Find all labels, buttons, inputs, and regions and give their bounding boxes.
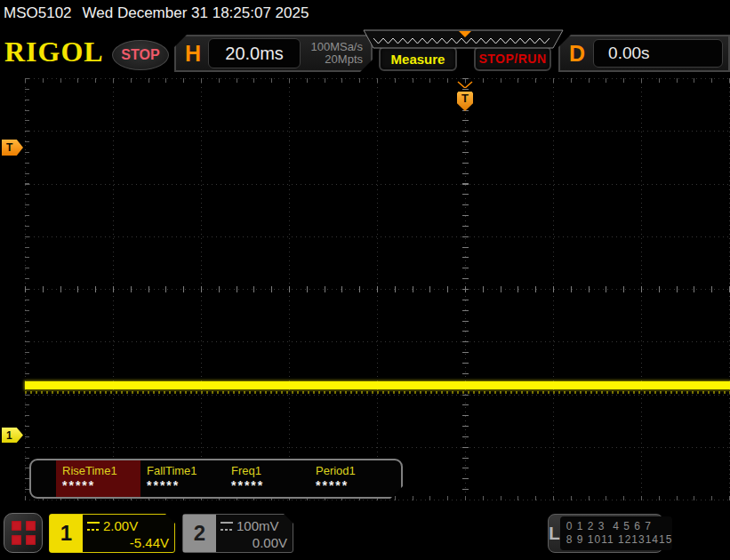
- windows-menu-icon[interactable]: [4, 513, 43, 553]
- channel1-scale: 2.00V: [103, 517, 138, 534]
- ch1-ground-marker[interactable]: 1: [2, 428, 23, 443]
- rigol-logo: RIGOL: [4, 36, 104, 68]
- measurement-value: *****: [316, 478, 394, 492]
- trigger-level-marker[interactable]: T: [2, 140, 23, 156]
- measurement-value: *****: [231, 478, 309, 492]
- graticule: [25, 78, 730, 500]
- channel2-block[interactable]: 2 100mV 0.00V: [182, 514, 293, 553]
- channel1-block[interactable]: 1 2.00V -5.44V: [49, 514, 175, 553]
- dc-coupling-icon: [87, 522, 100, 531]
- memory-depth: 20Mpts: [310, 53, 363, 66]
- datetime: Wed December 31 18:25:07 2025: [83, 4, 309, 21]
- ch1-trace: [25, 381, 730, 389]
- trigger-shield-icon: T: [457, 92, 473, 111]
- channel2-offset: 0.00V: [221, 534, 287, 552]
- oscilloscope-screen: MSO5102Wed December 31 18:25:07 2025 RIG…: [0, 0, 730, 560]
- measurement-item-freq[interactable]: Freq1 *****: [225, 460, 309, 497]
- acquisition-info: 100MSa/s 20Mpts: [310, 41, 371, 66]
- channel2-tab: 2: [183, 515, 216, 552]
- channel1-tab: 1: [50, 515, 83, 552]
- measure-button[interactable]: Measure: [379, 46, 457, 71]
- red-square-icon: [26, 535, 36, 545]
- center-horizontal-axis-ticks: [25, 286, 730, 292]
- sample-rate: 100MSa/s: [310, 41, 363, 53]
- measurement-item-period[interactable]: Period1 *****: [309, 460, 394, 497]
- delay-value: 0.00s: [593, 39, 723, 68]
- waveform-preview-strip[interactable]: [363, 29, 564, 49]
- measurement-item-risetime[interactable]: RiseTime1 *****: [56, 460, 140, 497]
- red-square-icon: [12, 535, 21, 545]
- model-name: MSO5102: [4, 4, 72, 21]
- measurement-value: *****: [147, 478, 225, 492]
- stop-run-button[interactable]: STOP/RUN: [474, 46, 551, 71]
- red-square-icon: [12, 521, 21, 531]
- horizontal-label: H: [185, 41, 201, 67]
- horizontal-settings-panel[interactable]: H 20.0ms 100MSa/s 20Mpts: [174, 35, 373, 72]
- trigger-chevron-icon: [457, 81, 473, 88]
- timebase-value: 20.0ms: [208, 38, 301, 68]
- measurement-item-falltime[interactable]: FallTime1 *****: [140, 460, 225, 497]
- delay-panel[interactable]: D 0.00s: [558, 35, 730, 72]
- measurement-label: FallTime1: [147, 464, 225, 477]
- measurement-value: *****: [62, 478, 140, 492]
- run-state-badge: STOP: [112, 40, 169, 70]
- ch1-trace-noise: [25, 391, 730, 394]
- measurement-label: Freq1: [231, 464, 309, 477]
- measurement-label: Period1: [316, 464, 394, 477]
- trigger-position-marker[interactable]: T: [457, 76, 473, 111]
- logic-label: L: [549, 523, 560, 544]
- logic-row-bottom: 8 9 1011 12131415: [566, 533, 673, 547]
- delay-label: D: [569, 41, 585, 67]
- channel1-offset: -5.44V: [87, 534, 169, 552]
- measurement-panel: RiseTime1 ***** FallTime1 ***** Freq1 **…: [29, 459, 403, 499]
- dc-coupling-icon: [221, 522, 233, 531]
- top-edge-ticks: [25, 78, 730, 83]
- channel2-scale: 100mV: [237, 517, 279, 534]
- red-square-icon: [26, 521, 36, 531]
- logic-row-top: 0 1 2 3 4 5 6 7: [566, 520, 673, 533]
- logic-analyzer-block[interactable]: L 0 1 2 3 4 5 6 7 8 9 1011 12131415: [548, 514, 663, 553]
- status-bar: MSO5102Wed December 31 18:25:07 2025: [4, 4, 309, 22]
- logic-channels: 0 1 2 3 4 5 6 7 8 9 1011 12131415: [560, 516, 673, 550]
- measurement-label: RiseTime1: [62, 464, 140, 477]
